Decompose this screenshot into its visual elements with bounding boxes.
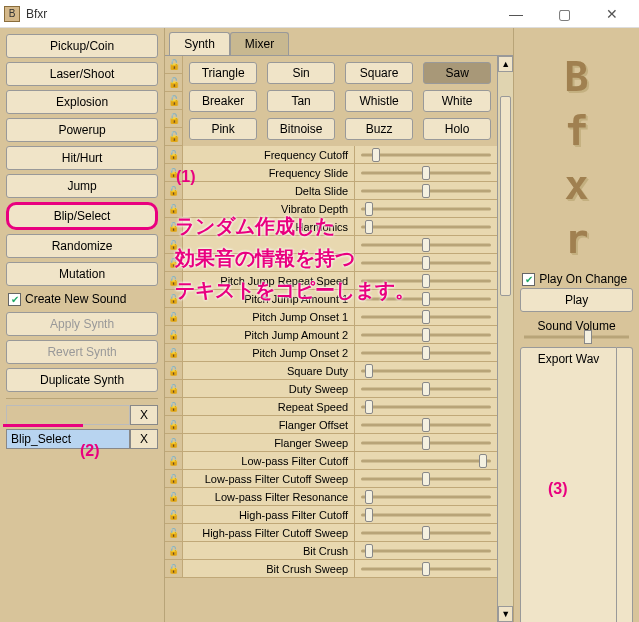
- param-slider[interactable]: [355, 416, 497, 433]
- param-label: Flanger Sweep: [183, 434, 355, 451]
- param-slider[interactable]: [355, 164, 497, 181]
- param-row: 🔓Square Duty: [165, 362, 497, 380]
- maximize-button[interactable]: ▢: [549, 4, 579, 24]
- lock-icon[interactable]: 🔓: [165, 380, 183, 397]
- wave-pink-button[interactable]: Pink: [189, 118, 257, 140]
- wave-whistle-button[interactable]: Whistle: [345, 90, 413, 112]
- lock-icon[interactable]: 🔓: [165, 488, 183, 505]
- param-slider[interactable]: [355, 506, 497, 523]
- wave-triangle-button[interactable]: Triangle: [189, 62, 257, 84]
- lock-icon[interactable]: 🔓: [165, 542, 183, 559]
- param-slider[interactable]: [355, 344, 497, 361]
- lock-icon[interactable]: 🔓: [165, 56, 183, 74]
- lock-icon[interactable]: 🔓: [165, 236, 183, 253]
- wave-tan-button[interactable]: Tan: [267, 90, 335, 112]
- lock-icon[interactable]: 🔓: [165, 398, 183, 415]
- param-slider[interactable]: [355, 218, 497, 235]
- lock-icon[interactable]: 🔓: [165, 74, 183, 92]
- lock-icon[interactable]: 🔓: [165, 452, 183, 469]
- param-slider[interactable]: [355, 560, 497, 577]
- param-slider[interactable]: [355, 524, 497, 541]
- param-slider[interactable]: [355, 542, 497, 559]
- apply-synth-button[interactable]: Apply Synth: [6, 312, 158, 336]
- duplicate-synth-button[interactable]: Duplicate Synth: [6, 368, 158, 392]
- param-slider[interactable]: [355, 488, 497, 505]
- create-new-row[interactable]: ✔ Create New Sound: [6, 290, 158, 308]
- tab-mixer[interactable]: Mixer: [230, 32, 289, 55]
- jump-button[interactable]: Jump: [6, 174, 158, 198]
- lock-icon[interactable]: 🔓: [165, 218, 183, 235]
- delete-sound-button[interactable]: X: [130, 429, 158, 449]
- lock-icon[interactable]: 🔓: [165, 560, 183, 577]
- pickup-coin-button[interactable]: Pickup/Coin: [6, 34, 158, 58]
- lock-icon[interactable]: 🔓: [165, 434, 183, 451]
- explosion-button[interactable]: Explosion: [6, 90, 158, 114]
- sound-list-item[interactable]: Blip_Select: [6, 429, 130, 449]
- param-slider[interactable]: [355, 146, 497, 163]
- param-slider[interactable]: [355, 434, 497, 451]
- scroll-up-icon[interactable]: ▲: [498, 56, 513, 72]
- lock-icon[interactable]: 🔓: [165, 362, 183, 379]
- wave-holo-button[interactable]: Holo: [423, 118, 491, 140]
- revert-synth-button[interactable]: Revert Synth: [6, 340, 158, 364]
- lock-icon[interactable]: 🔓: [165, 308, 183, 325]
- lock-icon[interactable]: 🔓: [165, 200, 183, 217]
- lock-icon[interactable]: 🔓: [165, 254, 183, 271]
- scrollbar-thumb[interactable]: [500, 96, 511, 296]
- lock-icon[interactable]: 🔓: [165, 146, 183, 163]
- export-wav-button[interactable]: Export Wav ▼: [520, 347, 633, 622]
- delete-sound-button[interactable]: X: [130, 405, 158, 425]
- param-slider[interactable]: [355, 326, 497, 343]
- param-slider[interactable]: [355, 290, 497, 307]
- play-on-change-checkbox[interactable]: ✔: [522, 273, 535, 286]
- powerup-button[interactable]: Powerup: [6, 118, 158, 142]
- param-slider[interactable]: [355, 380, 497, 397]
- blip-select-button[interactable]: Blip/Select: [6, 202, 158, 230]
- wave-sin-button[interactable]: Sin: [267, 62, 335, 84]
- param-slider[interactable]: [355, 272, 497, 289]
- export-wav-label[interactable]: Export Wav: [520, 347, 617, 622]
- lock-icon[interactable]: 🔓: [165, 92, 183, 110]
- laser-shoot-button[interactable]: Laser/Shoot: [6, 62, 158, 86]
- close-button[interactable]: ✕: [597, 4, 627, 24]
- lock-icon[interactable]: 🔓: [165, 128, 183, 146]
- param-slider[interactable]: [355, 254, 497, 271]
- lock-icon[interactable]: 🔓: [165, 164, 183, 181]
- param-slider[interactable]: [355, 452, 497, 469]
- mutation-button[interactable]: Mutation: [6, 262, 158, 286]
- lock-icon[interactable]: 🔓: [165, 416, 183, 433]
- create-new-checkbox[interactable]: ✔: [8, 293, 21, 306]
- dropdown-icon[interactable]: ▼: [617, 347, 633, 622]
- scrollbar[interactable]: ▲ ▼: [497, 56, 513, 622]
- lock-icon[interactable]: 🔓: [165, 290, 183, 307]
- param-slider[interactable]: [355, 200, 497, 217]
- param-slider[interactable]: [355, 398, 497, 415]
- wave-buzz-button[interactable]: Buzz: [345, 118, 413, 140]
- play-button[interactable]: Play: [520, 288, 633, 312]
- wave-white-button[interactable]: White: [423, 90, 491, 112]
- wave-bitnoise-button[interactable]: Bitnoise: [267, 118, 335, 140]
- play-on-change-row[interactable]: ✔ Play On Change: [520, 270, 633, 288]
- lock-icon[interactable]: 🔓: [165, 344, 183, 361]
- lock-icon[interactable]: 🔓: [165, 182, 183, 199]
- lock-icon[interactable]: 🔓: [165, 470, 183, 487]
- param-slider[interactable]: [355, 362, 497, 379]
- lock-icon[interactable]: 🔓: [165, 506, 183, 523]
- tab-synth[interactable]: Synth: [169, 32, 230, 55]
- param-slider[interactable]: [355, 470, 497, 487]
- lock-icon[interactable]: 🔓: [165, 110, 183, 128]
- lock-icon[interactable]: 🔓: [165, 326, 183, 343]
- lock-icon[interactable]: 🔓: [165, 524, 183, 541]
- hit-hurt-button[interactable]: Hit/Hurt: [6, 146, 158, 170]
- param-slider[interactable]: [355, 308, 497, 325]
- scroll-down-icon[interactable]: ▼: [498, 606, 513, 622]
- lock-icon[interactable]: 🔓: [165, 272, 183, 289]
- param-slider[interactable]: [355, 182, 497, 199]
- randomize-button[interactable]: Randomize: [6, 234, 158, 258]
- wave-square-button[interactable]: Square: [345, 62, 413, 84]
- minimize-button[interactable]: —: [501, 4, 531, 24]
- sound-list-empty[interactable]: [6, 405, 130, 425]
- wave-breaker-button[interactable]: Breaker: [189, 90, 257, 112]
- param-slider[interactable]: [355, 236, 497, 253]
- wave-saw-button[interactable]: Saw: [423, 62, 491, 84]
